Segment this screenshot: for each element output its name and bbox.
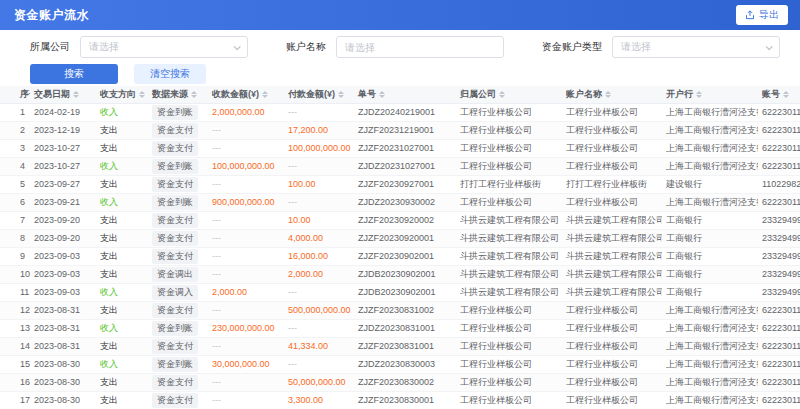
column-header-number[interactable]: 账号 [758,86,800,103]
table-row: 112023-09-03收入资金调入2,000.00---ZJDB2023090… [0,283,800,301]
table-row: 122023-08-31支出资金支付---500,000,000.00ZJZF2… [0,301,800,319]
column-header-bank[interactable]: 开户行 [662,86,758,103]
cell-date: 2023-09-21 [30,193,96,211]
source-tag: 资金调入 [152,285,198,300]
cell-account: 工程行业样板公司 [562,121,662,139]
source-tag: 资金支付 [152,249,198,264]
source-tag: 资金支付 [152,375,198,390]
sort-icon [262,91,268,98]
filter-bar: 所属公司 请选择 账户名称 资金账户类型 请选择 展开筛选 [0,30,800,64]
search-button[interactable]: 搜索 [30,64,118,84]
cell-bank: 上海工商银行漕河泾支行 [662,139,758,157]
source-tag: 资金支付 [152,303,198,318]
cell-receive: 230,000,000.00 [208,319,284,337]
cell-account: 斗拱云建筑工程有限公司 [562,247,662,265]
cell-direction: 收入 [96,283,148,301]
cell-number: 2332949999233294 [758,265,800,283]
chevron-down-icon [766,43,773,50]
table-row: 82023-09-20支出资金支付---4,000.00ZJZF20230920… [0,229,800,247]
column-header-direction[interactable]: 收支方向 [96,86,148,103]
column-header-account[interactable]: 账户名称 [562,86,662,103]
sort-icon [73,91,79,98]
sort-icon [139,91,145,98]
export-icon [745,10,755,20]
source-tag: 资金支付 [152,393,198,408]
cell-receive: --- [208,391,284,409]
direction-badge: 收入 [100,359,118,369]
cell-date: 2023-08-30 [30,373,96,391]
direction-badge: 支出 [100,269,118,279]
direction-badge: 收入 [100,287,118,297]
cell-no: 2 [0,121,30,139]
cell-number: 6222301111736181 [758,103,800,121]
source-tag: 资金到账 [152,195,198,210]
cell-company: 斗拱云建筑工程有限公司 [456,247,562,265]
cell-number: 6222301111736181 [758,319,800,337]
cell-date: 2023-08-31 [30,301,96,319]
cell-no: 12 [0,301,30,319]
cell-company: 打打工程行业样板街 [456,175,562,193]
cell-date: 2024-02-19 [30,103,96,121]
cell-bank: 工商银行 [662,283,758,301]
cell-source: 资金调入 [148,283,208,301]
account-name-input[interactable] [336,36,504,58]
cell-pay: 500,000,000.00 [284,301,354,319]
direction-badge: 支出 [100,143,118,153]
export-button[interactable]: 导出 [736,5,788,25]
cell-number: 2332949999233294 [758,211,800,229]
direction-badge: 支出 [100,341,118,351]
cell-bank: 上海工商银行漕河泾支行 [662,157,758,175]
table-row: 32023-10-27支出资金支付---100,000,000.00ZJZF20… [0,139,800,157]
cell-account: 工程行业样板公司 [562,103,662,121]
cell-company: 工程行业样板公司 [456,319,562,337]
column-header-source[interactable]: 数据来源 [148,86,208,103]
column-header-company[interactable]: 归属公司 [456,86,562,103]
cell-company: 工程行业样板公司 [456,391,562,409]
direction-badge: 支出 [100,395,118,405]
column-header-pay[interactable]: 付款金额(¥) [284,86,354,103]
cell-pay: --- [284,355,354,373]
cell-account: 工程行业样板公司 [562,373,662,391]
cell-pay: 16,000.00 [284,247,354,265]
table-row: 102023-09-03支出资金调出---2,000.00ZJDB2023090… [0,265,800,283]
account-type-filter: 资金账户类型 请选择 [542,36,780,58]
account-name-filter-label: 账户名称 [286,40,326,54]
source-tag: 资金到账 [152,159,198,174]
column-label: 数据来源 [152,88,188,101]
column-label: 付款金额(¥) [288,88,335,101]
cell-order: ZJDZ20231027001 [354,157,456,175]
cell-source: 资金支付 [148,175,208,193]
cell-receive: --- [208,121,284,139]
cell-number: 2332949999233294 [758,229,800,247]
account-type-select[interactable]: 请选择 [612,36,780,58]
cell-account: 斗拱云建筑工程有限公司 [562,265,662,283]
export-label: 导出 [759,8,779,22]
company-select[interactable]: 请选择 [80,36,248,58]
cell-bank: 上海工商银行漕河泾支行 [662,355,758,373]
cell-account: 工程行业样板公司 [562,355,662,373]
cell-receive: --- [208,373,284,391]
cell-bank: 工商银行 [662,229,758,247]
cell-date: 2023-09-03 [30,283,96,301]
page-title: 资金账户流水 [14,7,89,24]
cell-no: 5 [0,175,30,193]
cell-pay: 4,000.00 [284,229,354,247]
cell-pay: 17,200.00 [284,121,354,139]
cell-no: 11 [0,283,30,301]
cell-pay: 41,334.00 [284,337,354,355]
cell-order: ZJZF20231027001 [354,139,456,157]
cell-source: 资金调出 [148,265,208,283]
column-header-date[interactable]: 交易日期 [30,86,96,103]
company-filter: 所属公司 请选择 [30,36,248,58]
cell-number: 6222301111736181 [758,373,800,391]
cell-source: 资金到账 [148,103,208,121]
cell-order: ZJZF20230831001 [354,337,456,355]
cell-account: 工程行业样板公司 [562,139,662,157]
direction-badge: 收入 [100,107,118,117]
cell-source: 资金支付 [148,337,208,355]
cell-order: ZJZF20230831002 [354,301,456,319]
column-header-order[interactable]: 单号 [354,86,456,103]
clear-search-button[interactable]: 清空搜索 [134,64,206,84]
column-header-receive[interactable]: 收款金额(¥) [208,86,284,103]
account-name-filter: 账户名称 [286,36,504,58]
